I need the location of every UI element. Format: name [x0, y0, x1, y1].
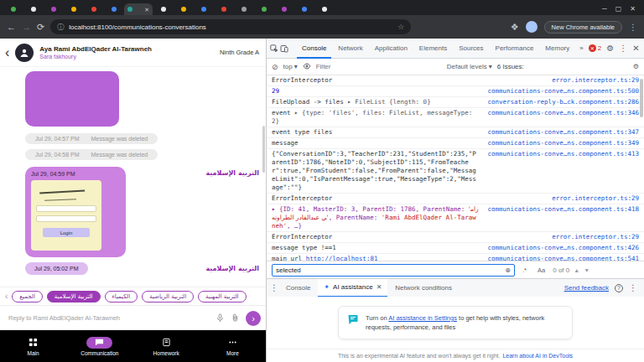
nav-main[interactable]: Main	[0, 337, 66, 356]
image-message-bubble[interactable]	[25, 71, 119, 127]
browser-tab[interactable]	[194, 3, 213, 15]
new-chrome-button[interactable]: New Chrome available	[544, 21, 622, 34]
object-preview[interactable]: ▸ {ID: 41, MasterID: 3, ParentID: 1786, …	[272, 205, 479, 230]
console-messages[interactable]: ErrorInterceptor error.interceptor.ts:29…	[267, 75, 644, 261]
source-link[interactable]: communications-conve…ns.component.ts:349	[487, 139, 639, 147]
browser-tab[interactable]	[294, 3, 314, 15]
inspect-element-icon[interactable]	[270, 42, 278, 55]
source-link[interactable]: communications-conve…ns.component.ts:418	[487, 205, 639, 214]
refresh-icon[interactable]: ⟳	[37, 23, 44, 32]
help-icon[interactable]: ?	[615, 284, 623, 292]
log-levels-dropdown[interactable]: Default levels ▾	[447, 63, 492, 70]
browser-tab[interactable]	[274, 3, 293, 15]
source-link[interactable]: error.interceptor.ts:29	[552, 194, 639, 203]
window-close-icon[interactable]: ✕	[630, 5, 636, 13]
tab-network[interactable]: Network	[333, 39, 367, 59]
regex-toggle-icon[interactable]: .*	[519, 266, 530, 275]
message-bubble[interactable]: Jul 29, 04:59 PM Login	[25, 167, 126, 257]
issues-link[interactable]: 6 Issues:	[497, 63, 524, 70]
tab-performance[interactable]: Performance	[491, 39, 539, 59]
site-info-icon[interactable]: ⓘ	[57, 23, 64, 32]
console-settings-icon[interactable]: ⚙	[633, 63, 639, 70]
source-link[interactable]: communications-conve…ns.component.ts:426	[487, 244, 639, 252]
back-icon[interactable]: ←	[7, 23, 16, 32]
send-button[interactable]: ›	[246, 311, 261, 326]
back-chevron-icon[interactable]: ‹	[5, 47, 9, 59]
find-next-icon[interactable]: ▼	[584, 267, 589, 273]
forward-icon[interactable]: →	[22, 23, 31, 32]
tab-console[interactable]: Console	[297, 39, 331, 59]
object-preview[interactable]: ▸ FileList {length: 0}	[347, 98, 430, 106]
source-link[interactable]: communications-conve…ns.component.ts:346	[487, 109, 639, 117]
paperclip-icon[interactable]	[231, 313, 240, 323]
object-preview[interactable]: ▸ {type: 'files', files: FileList, messa…	[272, 109, 472, 125]
tab-application[interactable]: Application	[370, 39, 413, 59]
minimize-icon[interactable]: ─	[602, 5, 607, 13]
profile-avatar[interactable]	[526, 21, 538, 33]
browser-tab[interactable]	[23, 3, 43, 15]
chip-chemistry[interactable]: الكيمياء	[105, 291, 138, 303]
drawer-tab-console[interactable]: Console	[280, 279, 316, 297]
find-previous-icon[interactable]: ▲	[574, 267, 579, 273]
tab-memory[interactable]: Memory	[540, 39, 574, 59]
source-link[interactable]: communications-conve…ns.component.ts:500	[487, 87, 639, 96]
browser-tab[interactable]	[104, 3, 123, 15]
mic-icon[interactable]	[216, 313, 225, 323]
tab-elements[interactable]: Elements	[414, 39, 452, 59]
address-bar[interactable]: ⓘ localhost:8100/communications-conversa…	[50, 19, 411, 34]
chip-physical-education[interactable]: التربية الرياضية	[142, 291, 194, 303]
browser-tab[interactable]	[234, 3, 253, 15]
settings-gear-icon[interactable]: ⚙	[606, 44, 614, 53]
url-link[interactable]: http://localhost:81	[306, 255, 378, 261]
drawer-tab-close-icon[interactable]: ✕	[377, 283, 382, 291]
chip-all[interactable]: الجميع	[12, 291, 42, 303]
nav-more[interactable]: More	[200, 337, 266, 356]
attachment-screenshot[interactable]: Login	[31, 180, 101, 251]
eye-icon[interactable]	[303, 63, 311, 71]
source-link[interactable]: conversation-reply-b…ck.component.ts:286	[487, 98, 639, 106]
match-case-toggle-icon[interactable]: Aa	[534, 266, 548, 275]
drawer-tab-network-conditions[interactable]: Network conditions	[389, 279, 458, 297]
browser-tab[interactable]	[3, 3, 23, 15]
console-filter-input[interactable]	[316, 63, 442, 70]
devtools-close-icon[interactable]: ✕	[632, 44, 639, 53]
source-link[interactable]: communications-conve…ns.component.ts:541	[487, 255, 639, 261]
browser-tab[interactable]	[214, 3, 233, 15]
devtools-menu-icon[interactable]: ⋮	[619, 44, 627, 53]
ai-settings-link[interactable]: AI assistance in Settings	[388, 314, 457, 322]
find-input-box[interactable]: ⊗	[272, 264, 515, 277]
clear-search-icon[interactable]: ⊗	[505, 266, 511, 274]
more-tabs-icon[interactable]: »	[576, 44, 586, 52]
source-link[interactable]: communications-conve…ns.component.ts:413	[487, 150, 639, 158]
message-list[interactable]: Jul 29, 04:57 PM Message was deleted Jul…	[0, 67, 266, 287]
learn-about-ai-link[interactable]: Learn about AI in DevTools	[502, 353, 573, 359]
chat-scrollbar[interactable]	[262, 126, 265, 173]
browser-tab[interactable]	[254, 3, 273, 15]
browser-tab[interactable]	[174, 3, 193, 15]
browser-tab[interactable]	[64, 3, 83, 15]
bookmark-star-icon[interactable]: ☆	[397, 23, 404, 31]
clear-console-icon[interactable]: ⊘	[272, 63, 278, 71]
avatar[interactable]	[15, 44, 34, 62]
nav-communication[interactable]: Communication	[66, 337, 132, 356]
console-scrollbar[interactable]	[640, 79, 643, 117]
browser-tab-active[interactable]: ✕	[124, 3, 153, 15]
message-bubble[interactable]: Jul 29, 05:02 PM	[25, 262, 88, 275]
device-toolbar-icon[interactable]	[280, 42, 288, 55]
execution-context-selector[interactable]: top ▾	[283, 63, 298, 70]
browser-tab[interactable]	[44, 3, 63, 15]
tab-sources[interactable]: Sources	[454, 39, 488, 59]
maximize-icon[interactable]: ▢	[615, 5, 622, 13]
chip-islamic-education[interactable]: التربية الإسلامية	[47, 291, 101, 303]
error-count-badge[interactable]: ✕ 2	[589, 44, 601, 52]
drawer-tab-ai-assistance[interactable]: ✦ AI assistance ✕	[318, 279, 387, 297]
chip-vocational-education[interactable]: التربية المهنية	[198, 291, 246, 303]
drawer-kebab-icon[interactable]: ⋮	[629, 283, 637, 292]
browser-tab[interactable]	[153, 3, 173, 15]
find-input[interactable]	[276, 266, 501, 274]
chips-scroll-left-icon[interactable]: ‹	[5, 292, 8, 301]
source-link[interactable]: communications-conve…ns.component.ts:347	[487, 128, 639, 137]
extensions-icon[interactable]: ❖	[511, 23, 519, 32]
source-link[interactable]: error.interceptor.ts:29	[552, 76, 639, 85]
browser-tab[interactable]	[314, 3, 334, 15]
